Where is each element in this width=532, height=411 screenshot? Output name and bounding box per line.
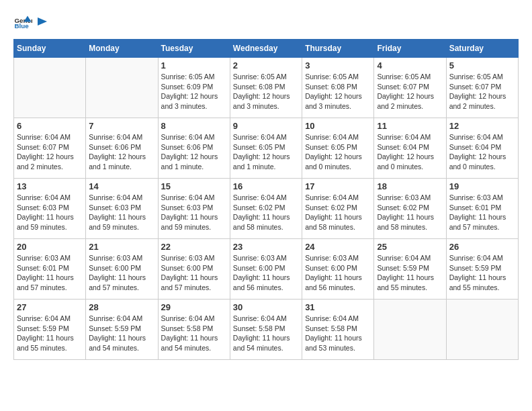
day-info: Sunrise: 6:04 AM Sunset: 6:06 PM Dayligh… [161, 132, 227, 172]
calendar-cell: 25Sunrise: 6:04 AM Sunset: 5:59 PM Dayli… [374, 239, 446, 300]
day-number: 14 [89, 181, 154, 191]
calendar-week-1: 1Sunrise: 6:05 AM Sunset: 6:09 PM Daylig… [14, 58, 519, 118]
calendar-cell: 17Sunrise: 6:04 AM Sunset: 6:02 PM Dayli… [302, 179, 374, 239]
calendar-cell: 15Sunrise: 6:04 AM Sunset: 6:03 PM Dayli… [158, 179, 230, 239]
calendar-cell: 24Sunrise: 6:03 AM Sunset: 6:00 PM Dayli… [302, 239, 374, 300]
day-number: 11 [377, 121, 443, 131]
day-info: Sunrise: 6:03 AM Sunset: 6:00 PM Dayligh… [89, 253, 154, 293]
calendar-week-2: 6Sunrise: 6:04 AM Sunset: 6:07 PM Daylig… [14, 118, 519, 179]
day-number: 17 [305, 181, 371, 191]
day-number: 2 [233, 60, 299, 71]
day-info: Sunrise: 6:04 AM Sunset: 6:07 PM Dayligh… [17, 132, 83, 172]
calendar-cell: 10Sunrise: 6:04 AM Sunset: 6:05 PM Dayli… [302, 118, 374, 179]
day-number: 24 [305, 242, 371, 252]
calendar-cell: 16Sunrise: 6:04 AM Sunset: 6:02 PM Dayli… [230, 179, 302, 239]
day-number: 8 [161, 121, 227, 131]
weekday-header-friday: Friday [374, 40, 446, 58]
calendar-cell: 8Sunrise: 6:04 AM Sunset: 6:06 PM Daylig… [158, 118, 230, 179]
day-info: Sunrise: 6:04 AM Sunset: 5:58 PM Dayligh… [233, 314, 299, 353]
calendar-cell: 13Sunrise: 6:04 AM Sunset: 6:03 PM Dayli… [14, 179, 86, 239]
calendar-cell: 28Sunrise: 6:04 AM Sunset: 5:59 PM Dayli… [86, 300, 158, 360]
day-number: 19 [449, 181, 515, 191]
logo-flag-icon [35, 16, 48, 32]
day-info: Sunrise: 6:03 AM Sunset: 6:02 PM Dayligh… [377, 193, 443, 232]
day-info: Sunrise: 6:05 AM Sunset: 6:09 PM Dayligh… [161, 72, 227, 111]
day-info: Sunrise: 6:04 AM Sunset: 6:03 PM Dayligh… [161, 193, 227, 232]
day-number: 28 [89, 302, 154, 312]
day-number: 12 [449, 121, 515, 131]
logo: General Blue [13, 13, 48, 32]
calendar-cell: 7Sunrise: 6:04 AM Sunset: 6:06 PM Daylig… [86, 118, 158, 179]
calendar-cell: 2Sunrise: 6:05 AM Sunset: 6:08 PM Daylig… [230, 58, 302, 118]
calendar-cell: 1Sunrise: 6:05 AM Sunset: 6:09 PM Daylig… [158, 58, 230, 118]
calendar-cell: 4Sunrise: 6:05 AM Sunset: 6:07 PM Daylig… [374, 58, 446, 118]
day-info: Sunrise: 6:03 AM Sunset: 6:00 PM Dayligh… [161, 253, 227, 293]
calendar-cell: 23Sunrise: 6:03 AM Sunset: 6:00 PM Dayli… [230, 239, 302, 300]
day-info: Sunrise: 6:04 AM Sunset: 6:05 PM Dayligh… [305, 132, 371, 172]
page-header: General Blue [13, 13, 519, 32]
calendar-cell: 20Sunrise: 6:03 AM Sunset: 6:01 PM Dayli… [14, 239, 86, 300]
calendar-cell: 5Sunrise: 6:05 AM Sunset: 6:07 PM Daylig… [446, 58, 518, 118]
day-number: 15 [161, 181, 227, 191]
day-info: Sunrise: 6:05 AM Sunset: 6:07 PM Dayligh… [377, 72, 443, 111]
day-number: 31 [305, 302, 371, 312]
calendar-cell: 21Sunrise: 6:03 AM Sunset: 6:00 PM Dayli… [86, 239, 158, 300]
weekday-header-saturday: Saturday [446, 40, 518, 58]
calendar-cell [86, 58, 158, 118]
calendar-cell: 29Sunrise: 6:04 AM Sunset: 5:58 PM Dayli… [158, 300, 230, 360]
calendar-cell: 6Sunrise: 6:04 AM Sunset: 6:07 PM Daylig… [14, 118, 86, 179]
calendar-week-3: 13Sunrise: 6:04 AM Sunset: 6:03 PM Dayli… [14, 179, 519, 239]
weekday-header-tuesday: Tuesday [158, 40, 230, 58]
weekday-header-wednesday: Wednesday [230, 40, 302, 58]
svg-marker-2 [38, 17, 47, 26]
day-number: 20 [17, 242, 83, 252]
logo-icon: General Blue [13, 13, 32, 32]
calendar-cell: 3Sunrise: 6:05 AM Sunset: 6:08 PM Daylig… [302, 58, 374, 118]
day-number: 16 [233, 181, 299, 191]
day-number: 22 [161, 242, 227, 252]
day-info: Sunrise: 6:04 AM Sunset: 6:04 PM Dayligh… [377, 132, 443, 172]
day-number: 3 [305, 60, 371, 71]
day-info: Sunrise: 6:05 AM Sunset: 6:08 PM Dayligh… [233, 72, 299, 111]
day-info: Sunrise: 6:04 AM Sunset: 5:59 PM Dayligh… [449, 253, 515, 293]
day-info: Sunrise: 6:04 AM Sunset: 5:59 PM Dayligh… [17, 314, 83, 353]
calendar-cell: 30Sunrise: 6:04 AM Sunset: 5:58 PM Dayli… [230, 300, 302, 360]
day-number: 13 [17, 181, 83, 191]
calendar-cell: 18Sunrise: 6:03 AM Sunset: 6:02 PM Dayli… [374, 179, 446, 239]
day-info: Sunrise: 6:04 AM Sunset: 6:03 PM Dayligh… [89, 193, 154, 232]
calendar-cell: 14Sunrise: 6:04 AM Sunset: 6:03 PM Dayli… [86, 179, 158, 239]
day-number: 7 [89, 121, 154, 131]
calendar-cell [374, 300, 446, 360]
calendar-cell [446, 300, 518, 360]
day-info: Sunrise: 6:03 AM Sunset: 6:00 PM Dayligh… [233, 253, 299, 293]
calendar-cell: 12Sunrise: 6:04 AM Sunset: 6:04 PM Dayli… [446, 118, 518, 179]
day-number: 6 [17, 121, 83, 131]
weekday-header-thursday: Thursday [302, 40, 374, 58]
calendar-header-row: SundayMondayTuesdayWednesdayThursdayFrid… [14, 40, 519, 58]
day-number: 21 [89, 242, 154, 252]
day-info: Sunrise: 6:03 AM Sunset: 6:01 PM Dayligh… [17, 253, 83, 293]
day-info: Sunrise: 6:03 AM Sunset: 6:00 PM Dayligh… [305, 253, 371, 293]
day-info: Sunrise: 6:05 AM Sunset: 6:08 PM Dayligh… [305, 72, 371, 111]
day-number: 23 [233, 242, 299, 252]
day-info: Sunrise: 6:05 AM Sunset: 6:07 PM Dayligh… [449, 72, 515, 111]
calendar-table: SundayMondayTuesdayWednesdayThursdayFrid… [13, 39, 519, 360]
day-number: 29 [161, 302, 227, 312]
day-info: Sunrise: 6:03 AM Sunset: 6:01 PM Dayligh… [449, 193, 515, 232]
calendar-cell: 22Sunrise: 6:03 AM Sunset: 6:00 PM Dayli… [158, 239, 230, 300]
day-info: Sunrise: 6:04 AM Sunset: 6:05 PM Dayligh… [233, 132, 299, 172]
day-info: Sunrise: 6:04 AM Sunset: 6:06 PM Dayligh… [89, 132, 154, 172]
calendar-cell: 9Sunrise: 6:04 AM Sunset: 6:05 PM Daylig… [230, 118, 302, 179]
day-number: 27 [17, 302, 83, 312]
day-number: 1 [161, 60, 227, 71]
weekday-header-monday: Monday [86, 40, 158, 58]
day-info: Sunrise: 6:04 AM Sunset: 6:02 PM Dayligh… [233, 193, 299, 232]
weekday-header-sunday: Sunday [14, 40, 86, 58]
day-number: 4 [377, 60, 443, 71]
day-number: 18 [377, 181, 443, 191]
day-info: Sunrise: 6:04 AM Sunset: 5:59 PM Dayligh… [377, 253, 443, 293]
day-info: Sunrise: 6:04 AM Sunset: 5:58 PM Dayligh… [305, 314, 371, 353]
calendar-week-4: 20Sunrise: 6:03 AM Sunset: 6:01 PM Dayli… [14, 239, 519, 300]
svg-text:Blue: Blue [14, 22, 29, 30]
day-info: Sunrise: 6:04 AM Sunset: 5:58 PM Dayligh… [161, 314, 227, 353]
